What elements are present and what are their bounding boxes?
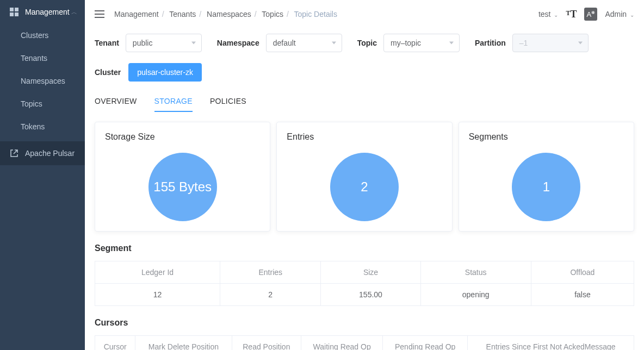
col-entries: Entries	[220, 261, 321, 284]
main-content: Management/ Tenants/ Namespaces/ Topics/…	[85, 0, 644, 350]
external-link-icon	[10, 149, 18, 158]
hamburger-icon[interactable]	[95, 10, 104, 18]
breadcrumb-management[interactable]: Management	[114, 10, 159, 18]
sidebar-item-tokens[interactable]: Tokens	[0, 115, 85, 138]
col-entries-since: Entries Since First Not AckedMessage	[468, 336, 634, 351]
sidebar-header-title: Management	[25, 8, 71, 16]
sidebar-item-clusters[interactable]: Clusters	[0, 24, 85, 47]
card-title: Segments	[469, 132, 624, 142]
theme-badge-icon[interactable]: A❋	[584, 8, 597, 21]
partition-label: Partition	[475, 39, 506, 47]
col-status: Status	[420, 261, 531, 284]
namespace-label: Namespace	[217, 39, 259, 47]
cell-status: opening	[420, 284, 531, 306]
card-title: Entries	[287, 132, 442, 142]
partition-select: –1	[512, 34, 589, 52]
topic-select[interactable]: my–topic	[383, 34, 460, 52]
col-offload: Offload	[531, 261, 634, 284]
cluster-row: Cluster pulsar-cluster-zk	[85, 52, 644, 82]
segment-heading: Segment	[85, 232, 644, 261]
sidebar-item-tenants[interactable]: Tenants	[0, 47, 85, 70]
tab-policies[interactable]: POLICIES	[210, 97, 246, 112]
chevron-down-icon: ⌄	[554, 12, 558, 18]
cell-entries: 2	[220, 284, 321, 306]
filter-row: Tenant public Namespace default Topic my…	[85, 28, 644, 52]
col-pending-read: Pending Read Op	[383, 336, 468, 351]
cursors-heading: Cursors	[85, 306, 644, 335]
cluster-label: Cluster	[95, 68, 121, 77]
topic-label: Topic	[357, 39, 377, 47]
sidebar-item-namespaces[interactable]: Namespaces	[0, 70, 85, 92]
stat-cards: Storage Size 155 Bytes Entries 2 Segment…	[85, 112, 644, 232]
cluster-tag[interactable]: pulsar-cluster-zk	[128, 63, 202, 82]
cursors-table: Cursor Mark Delete Position Read Positio…	[95, 335, 634, 350]
col-read-position: Read Position	[232, 336, 301, 351]
entries-value: 2	[330, 153, 399, 221]
user-dropdown[interactable]: Admin ⌄	[605, 10, 634, 18]
col-mark-delete: Mark Delete Position	[135, 336, 232, 351]
breadcrumb-current: Topic Details	[294, 10, 337, 18]
card-segments: Segments 1	[459, 122, 634, 232]
topbar: Management/ Tenants/ Namespaces/ Topics/…	[85, 0, 644, 28]
segments-value: 1	[512, 153, 580, 221]
col-waiting-read: Waiting Read Op	[301, 336, 383, 351]
breadcrumb-namespaces[interactable]: Namespaces	[207, 10, 251, 18]
namespace-select[interactable]: default	[266, 34, 342, 52]
table-row[interactable]: 12 2 155.00 opening false	[95, 284, 634, 306]
col-ledger-id: Ledger Id	[95, 261, 220, 284]
col-cursor: Cursor	[95, 336, 135, 351]
sidebar-item-topics[interactable]: Topics	[0, 92, 85, 115]
grid-icon	[10, 8, 18, 16]
storage-size-value: 155 Bytes	[148, 153, 217, 221]
sidebar: Management ︿ Clusters Tenants Namespaces…	[0, 0, 85, 350]
col-size: Size	[321, 261, 420, 284]
breadcrumb: Management/ Tenants/ Namespaces/ Topics/…	[114, 10, 538, 18]
breadcrumb-topics[interactable]: Topics	[262, 10, 283, 18]
tabs: OVERVIEW STORAGE POLICIES	[85, 82, 644, 112]
tab-storage[interactable]: STORAGE	[154, 97, 193, 112]
sidebar-management-header[interactable]: Management ︿	[0, 0, 85, 24]
language-selector[interactable]: test ⌄	[538, 10, 558, 18]
card-title: Storage Size	[105, 132, 260, 142]
card-storage-size: Storage Size 155 Bytes	[95, 122, 270, 232]
tab-overview[interactable]: OVERVIEW	[95, 97, 137, 112]
segment-table: Ledger Id Entries Size Status Offload 12…	[95, 261, 634, 306]
cell-size: 155.00	[321, 284, 420, 306]
cell-offload: false	[531, 284, 634, 306]
tenant-label: Tenant	[95, 39, 119, 47]
sidebar-external-link[interactable]: Apache Pulsar	[0, 141, 85, 165]
breadcrumb-tenants[interactable]: Tenants	[169, 10, 196, 18]
chevron-up-icon: ︿	[71, 8, 77, 16]
sidebar-external-label: Apache Pulsar	[25, 149, 75, 158]
cell-ledger-id: 12	[95, 284, 220, 306]
tenant-select[interactable]: public	[126, 34, 202, 52]
chevron-down-icon: ⌄	[630, 12, 634, 18]
card-entries: Entries 2	[276, 122, 452, 232]
font-size-icon[interactable]: TT	[566, 9, 577, 20]
